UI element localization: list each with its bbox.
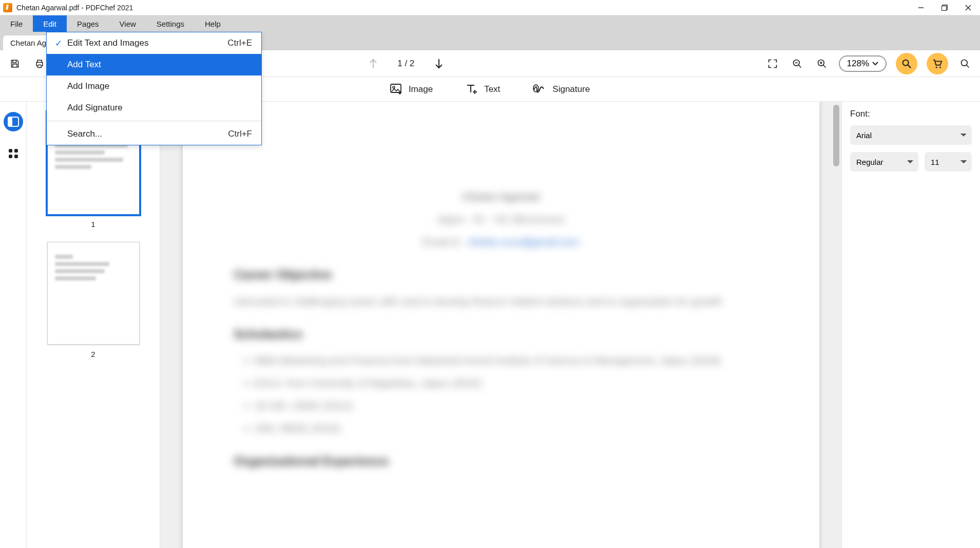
svg-point-16 bbox=[962, 60, 968, 66]
next-page-button[interactable] bbox=[431, 56, 447, 71]
font-family-select[interactable]: Arial bbox=[850, 125, 972, 145]
edit-menu-dropdown: ✓ Edit Text and Images Ctrl+E Add Text A… bbox=[46, 32, 262, 145]
svg-rect-24 bbox=[14, 149, 18, 153]
search-icon bbox=[960, 59, 970, 69]
font-panel-label: Font: bbox=[850, 109, 972, 119]
menu-edit[interactable]: Edit bbox=[33, 15, 67, 32]
font-panel: Font: Arial Regular 11 bbox=[841, 102, 980, 548]
zoom-in-button[interactable] bbox=[814, 56, 830, 71]
menu-add-image[interactable]: Add Image bbox=[47, 75, 261, 97]
menu-add-text[interactable]: Add Text bbox=[47, 54, 261, 75]
svg-line-13 bbox=[908, 65, 911, 68]
minimize-button[interactable] bbox=[909, 0, 933, 15]
thumbnails-toggle[interactable] bbox=[4, 112, 23, 131]
shop-button[interactable] bbox=[927, 53, 948, 74]
prev-page-button[interactable] bbox=[366, 56, 381, 71]
close-button[interactable] bbox=[956, 0, 980, 15]
svg-rect-22 bbox=[8, 117, 12, 126]
magnifier-sun-icon bbox=[901, 58, 912, 69]
cart-icon bbox=[932, 58, 943, 69]
save-button[interactable] bbox=[7, 56, 23, 71]
text-plus-icon bbox=[466, 84, 478, 95]
app-icon bbox=[3, 3, 12, 12]
print-button[interactable] bbox=[32, 56, 47, 71]
svg-point-12 bbox=[903, 60, 909, 65]
titlebar: Chetan Agarwal.pdf - PDFChef 2021 bbox=[0, 0, 980, 15]
panel-icon bbox=[8, 117, 19, 127]
menu-add-signature[interactable]: Add Signature bbox=[47, 97, 261, 119]
insert-image-button[interactable]: Image bbox=[390, 84, 433, 95]
zoom-value: 128% bbox=[847, 59, 869, 69]
vertical-scrollbar[interactable] bbox=[833, 105, 839, 166]
document-page: Chetan Agarwal Jaipur · IN · +91 98xxxxx… bbox=[183, 102, 819, 548]
window-controls bbox=[909, 0, 980, 15]
menubar: File Edit Pages View Settings Help bbox=[0, 15, 980, 32]
menu-separator bbox=[47, 121, 261, 121]
thumbnail-label-1: 1 bbox=[91, 220, 95, 229]
svg-line-6 bbox=[798, 65, 801, 67]
svg-line-9 bbox=[823, 65, 825, 67]
fit-page-button[interactable] bbox=[765, 56, 780, 71]
zoom-out-button[interactable] bbox=[790, 56, 805, 71]
svg-point-19 bbox=[393, 86, 395, 88]
grid-icon bbox=[8, 148, 18, 159]
chevron-down-icon bbox=[872, 62, 878, 66]
search-button[interactable] bbox=[957, 56, 973, 71]
page-indicator: 1 / 2 bbox=[393, 59, 419, 69]
insert-text-button[interactable]: Text bbox=[466, 84, 500, 95]
menu-help[interactable]: Help bbox=[195, 15, 231, 32]
zoom-select[interactable]: 128% bbox=[839, 55, 887, 72]
image-plus-icon bbox=[390, 84, 402, 95]
page-navigator: 1 / 2 bbox=[366, 56, 447, 71]
menu-view[interactable]: View bbox=[109, 15, 146, 32]
main-area: 1 2 Chetan Agarwal Jaipur · IN · +91 98x… bbox=[0, 102, 980, 548]
menu-settings[interactable]: Settings bbox=[146, 15, 195, 32]
menu-pages[interactable]: Pages bbox=[67, 15, 109, 32]
window-title: Chetan Agarwal.pdf - PDFChef 2021 bbox=[16, 4, 133, 12]
svg-rect-25 bbox=[9, 155, 12, 158]
insert-signature-button[interactable]: Signature bbox=[533, 84, 590, 95]
svg-line-17 bbox=[967, 65, 969, 67]
check-icon: ✓ bbox=[53, 38, 64, 49]
thumbnail-panel: 1 2 bbox=[27, 102, 160, 548]
svg-point-15 bbox=[939, 66, 941, 68]
document-canvas[interactable]: Chetan Agarwal Jaipur · IN · +91 98xxxxx… bbox=[160, 102, 841, 548]
thumbnail-page-2[interactable] bbox=[47, 242, 140, 345]
menu-edit-text-and-images[interactable]: ✓ Edit Text and Images Ctrl+E bbox=[47, 32, 261, 54]
ocr-button[interactable] bbox=[896, 53, 917, 74]
signature-icon bbox=[533, 84, 546, 95]
maximize-button[interactable] bbox=[933, 0, 956, 15]
svg-rect-26 bbox=[14, 155, 18, 158]
svg-point-14 bbox=[936, 66, 937, 68]
menu-search[interactable]: Search... Ctrl+F bbox=[47, 123, 261, 145]
grid-view-toggle[interactable] bbox=[4, 144, 23, 163]
font-weight-select[interactable]: Regular bbox=[850, 152, 918, 172]
left-rail bbox=[0, 102, 27, 548]
font-size-select[interactable]: 11 bbox=[925, 152, 972, 172]
menu-file[interactable]: File bbox=[0, 15, 33, 32]
svg-rect-2 bbox=[942, 6, 947, 10]
svg-rect-23 bbox=[9, 149, 12, 153]
thumbnail-label-2: 2 bbox=[91, 350, 95, 358]
